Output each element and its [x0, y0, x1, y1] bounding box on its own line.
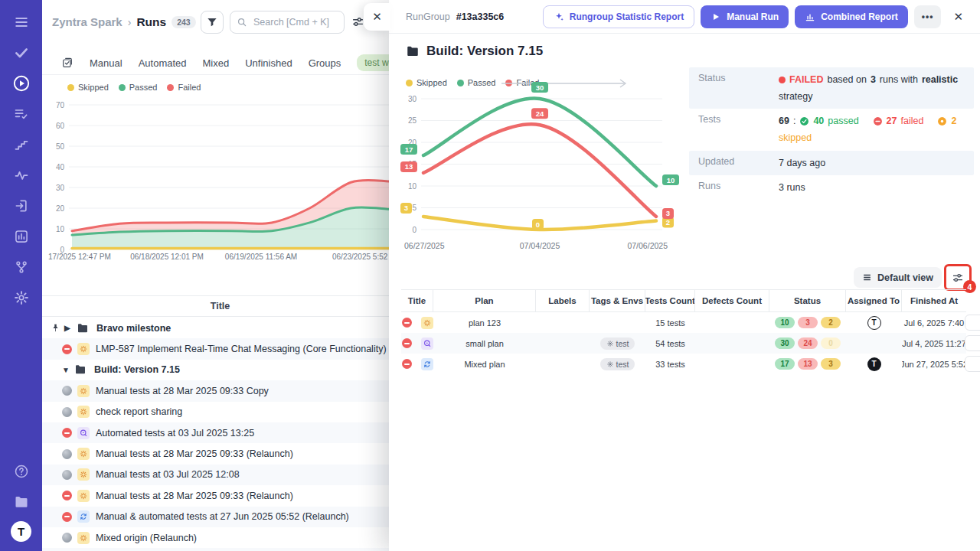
help-icon[interactable]: [10, 460, 33, 483]
caret-right-icon[interactable]: ▶: [64, 324, 75, 332]
default-view-button[interactable]: Default view: [854, 267, 942, 288]
tests-count-cell: 54 tests: [645, 339, 695, 348]
row-action-button[interactable]: [965, 356, 980, 372]
rungroup-line-chart: 0510152025303021324317301006/27/202507/0…: [398, 73, 680, 260]
rungroup-run-row[interactable]: Mixed plantest33 tests17133TJun 27, 2025…: [401, 354, 966, 374]
tests-count-cell: 15 tests: [645, 318, 695, 328]
run-row[interactable]: LMP-587 Implement Real-Time Chat Messagi…: [42, 338, 398, 359]
tags-cell: test: [590, 358, 645, 370]
legend-failed[interactable]: Failed: [167, 83, 201, 92]
settings-icon[interactable]: [10, 286, 33, 309]
legend-skipped[interactable]: Skipped: [67, 83, 109, 92]
run-row[interactable]: Manual tests at 03 Jul 2025 12:08: [42, 465, 398, 485]
test-cases-icon[interactable]: [10, 103, 33, 126]
run-row[interactable]: Manual tests at 28 Mar 2025 09:33 (Relau…: [42, 485, 398, 506]
run-row[interactable]: Automated tests at 03 Jul 2025 13:25: [42, 422, 398, 443]
rungroup-run-row[interactable]: plan 12315 tests1032TJul 6, 2025 7:40: [401, 312, 966, 333]
skipped-pill: 3: [821, 358, 841, 370]
run-row[interactable]: [42, 548, 398, 551]
failed-status-icon: [402, 359, 412, 369]
tab-manual[interactable]: Manual: [90, 57, 122, 69]
manual-run-icon: [421, 317, 433, 329]
skipped-pill: 0: [821, 337, 841, 349]
svg-text:10: 10: [408, 182, 417, 191]
plan-cell: Mixed plan: [433, 360, 536, 369]
projects-icon[interactable]: [10, 491, 33, 514]
tab-automated[interactable]: Automated: [139, 57, 187, 69]
activity-icon[interactable]: [10, 164, 33, 187]
mixed-run-icon: [77, 510, 90, 523]
run-row[interactable]: Manual & automated tests at 27 Jun 2025 …: [42, 507, 398, 527]
mixed-run-icon: [421, 358, 433, 370]
status-pills-cell: 1032: [769, 317, 846, 328]
updated-value: 7 days ago: [779, 156, 825, 170]
failed-status-icon: [62, 512, 72, 522]
failed-status-icon: [62, 344, 72, 354]
pin-icon[interactable]: [51, 323, 62, 333]
manual-run-icon: [77, 532, 90, 544]
row-action-button[interactable]: [965, 315, 980, 331]
svg-text:06/18/2025 12:01 PM: 06/18/2025 12:01 PM: [130, 253, 204, 261]
assignee-avatar: T: [867, 357, 881, 371]
filter-button[interactable]: [201, 11, 224, 34]
drawer-close-button[interactable]: ✕: [947, 7, 969, 27]
status-pills-cell: 30240: [769, 337, 846, 349]
user-avatar[interactable]: T: [11, 521, 31, 542]
svg-text:0: 0: [412, 226, 416, 234]
tabs-host: ManualAutomatedMixedUnfinishedGroups: [90, 57, 341, 69]
tab-mixed[interactable]: Mixed: [203, 57, 230, 69]
integrations-icon[interactable]: [10, 256, 33, 279]
drawer-edge-close-button[interactable]: ✕: [364, 3, 390, 31]
runs-table-head: TitlePlanLabelsTags & EnvsTests CountDef…: [401, 289, 966, 312]
passed-check-icon: [799, 116, 809, 126]
run-row[interactable]: check report sharing: [42, 402, 398, 422]
rungroup-run-row[interactable]: small plantest54 tests30240Jul 4, 2025 1…: [401, 333, 966, 354]
legend-dot-icon: [67, 84, 74, 91]
combined-report-button[interactable]: Combined Report: [795, 5, 908, 28]
search-input[interactable]: [252, 16, 338, 28]
manual-run-icon: [77, 490, 90, 502]
rungroup-statistic-report-button[interactable]: Rungroup Statistic Report: [543, 5, 694, 28]
sidebar-bottom-icons: [10, 460, 33, 521]
rungroup-drawer: ✕ RunGroup #13a335c6 Rungroup Statistic …: [389, 0, 980, 551]
run-row[interactable]: Manual tests at 28 Mar 2025 09:33 Copy: [42, 380, 398, 401]
run-row[interactable]: Manual tests at 28 Mar 2025 09:33 (Relau…: [42, 443, 398, 464]
finished-at-cell: Jun 27, 2025 5:52: [902, 360, 966, 369]
run-row[interactable]: Mixed origin (Relaunch): [42, 527, 398, 548]
bar-chart-icon: [805, 11, 815, 22]
check-icon[interactable]: [10, 41, 33, 64]
svg-text:40: 40: [56, 163, 65, 171]
svg-text:50: 50: [56, 142, 65, 151]
manual-run-icon: [77, 448, 90, 460]
tests-total: 69: [779, 114, 789, 128]
import-icon[interactable]: [10, 194, 33, 217]
view-settings-icon[interactable]: [351, 15, 364, 28]
manual-run-button[interactable]: Manual Run: [701, 5, 789, 28]
passed-pill: 10: [775, 317, 795, 328]
row-action-button[interactable]: [965, 335, 980, 351]
tab-groups[interactable]: Groups: [309, 57, 341, 69]
menu-icon[interactable]: [10, 11, 33, 34]
info-row-runs: Runs 3 runs: [689, 175, 974, 200]
status-pills-cell: 17133: [769, 358, 846, 370]
automated-run-icon: [421, 337, 433, 350]
caret-down-icon[interactable]: ▼: [62, 366, 73, 374]
manual-run-label: Manual Run: [727, 11, 779, 22]
tab-unfinished[interactable]: Unfinished: [245, 57, 292, 69]
table-view-bar: Default view 4: [854, 266, 969, 289]
select-all-icon[interactable]: [61, 57, 74, 69]
legend-label: Passed: [129, 83, 158, 92]
run-title: Bravo milestone: [96, 323, 171, 334]
rungroup-title: Build: Version 7.15: [406, 44, 543, 59]
svg-text:20: 20: [56, 204, 65, 213]
run-row[interactable]: ▼Build: Version 7.15: [42, 360, 398, 380]
more-actions-button[interactable]: •••: [914, 5, 942, 28]
runs-icon[interactable]: [10, 72, 33, 95]
breadcrumb-project[interactable]: Zyntra Spark: [52, 15, 122, 28]
run-row[interactable]: ▶Bravo milestone: [42, 318, 398, 338]
sparkles-icon: [554, 11, 564, 22]
reports-icon[interactable]: [10, 225, 33, 248]
column-defects-count: Defects Count: [695, 290, 769, 311]
milestones-icon[interactable]: [10, 133, 33, 156]
legend-passed[interactable]: Passed: [119, 83, 158, 92]
